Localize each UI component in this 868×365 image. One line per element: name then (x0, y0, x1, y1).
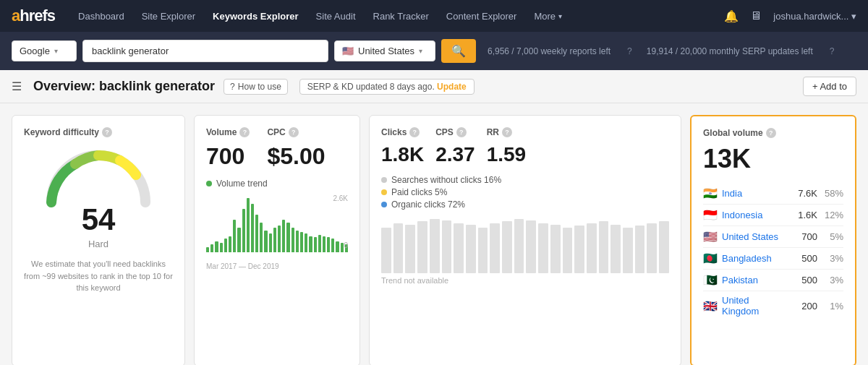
volume-bar (260, 223, 263, 252)
stat-question-1[interactable]: ? (627, 46, 632, 56)
country-volume: 7.6K (791, 188, 817, 199)
country-label: United States (358, 46, 414, 56)
country-row: 🇺🇸 United States 700 5% (703, 226, 843, 248)
update-link[interactable]: Update (437, 82, 467, 92)
volume-bar (273, 228, 276, 252)
cpc-help-icon[interactable]: ? (289, 127, 299, 137)
volume-bar (206, 247, 209, 253)
username-label: joshua.hardwick... (773, 11, 848, 22)
keyword-difficulty-card: Keyword difficulty ? 54 Hard We estimate… (12, 115, 185, 365)
trend-bar (466, 225, 476, 273)
volume-bar (296, 231, 299, 252)
search-bar: Google ▾ 🇺🇸 United States ▾ 🔍 6,956 / 7,… (0, 32, 868, 70)
clicks-help-icon[interactable]: ? (409, 127, 420, 137)
stat-question-2[interactable]: ? (830, 46, 835, 56)
volume-bar (242, 209, 245, 252)
nav-right: 🔔 🖥 joshua.hardwick... ▾ (724, 9, 856, 23)
trend-bar (550, 225, 561, 273)
volume-bar (305, 233, 307, 252)
country-select[interactable]: 🇺🇸 United States ▾ (334, 40, 435, 61)
search-button[interactable]: 🔍 (441, 39, 476, 63)
volume-bar (314, 237, 317, 252)
rr-label-text: RR (487, 127, 499, 137)
legend-paid-label: Paid clicks 5% (391, 187, 447, 197)
nav-site-explorer[interactable]: Site Explorer (133, 0, 204, 32)
volume-bar (341, 243, 344, 253)
question-icon: ? (230, 82, 235, 92)
country-row: 🇮🇳 India 7.6K 58% (703, 183, 843, 205)
volume-bar (210, 244, 213, 252)
volume-bar (318, 235, 321, 252)
clicks-card: Clicks ? 1.8K CPS ? 2.37 RR ? 1.59 (369, 115, 681, 365)
legend-dot-paid (381, 189, 387, 195)
country-flag-icon: 🇮🇳 (703, 186, 718, 200)
country-name[interactable]: Pakistan (722, 275, 787, 285)
rr-help-icon[interactable]: ? (502, 127, 512, 137)
global-help-icon[interactable]: ? (766, 128, 776, 138)
how-to-use-button[interactable]: ? How to use (224, 79, 288, 95)
kd-help-icon[interactable]: ? (102, 127, 112, 137)
country-volume: 200 (791, 301, 817, 312)
logo[interactable]: ahrefs (12, 7, 55, 25)
nav-keywords-explorer[interactable]: Keywords Explorer (204, 0, 307, 32)
trend-bar (442, 220, 452, 273)
volume-bar (247, 198, 250, 252)
country-name[interactable]: Indonesia (722, 210, 787, 220)
hamburger-icon[interactable]: ☰ (12, 80, 22, 93)
trend-dot (206, 181, 212, 186)
country-name[interactable]: India (722, 188, 787, 199)
country-name[interactable]: United Kingdom (722, 295, 787, 317)
overview-bar: ☰ Overview: backlink generator ? How to … (0, 70, 868, 103)
country-pct: 1% (822, 301, 843, 312)
volume-bar (251, 204, 254, 253)
kd-card-label: Keyword difficulty ? (24, 127, 173, 137)
trend-bar (538, 223, 548, 273)
cps-help-icon[interactable]: ? (456, 127, 467, 137)
engine-chevron-icon: ▾ (54, 47, 58, 55)
trend-bar (574, 226, 584, 273)
volume-bar (323, 236, 326, 253)
monitor-icon[interactable]: 🖥 (750, 9, 762, 22)
cps-value: 2.37 (435, 143, 475, 166)
country-volume: 1.6K (791, 210, 817, 220)
volume-bar (215, 241, 218, 252)
nav-rank-tracker[interactable]: Rank Tracker (365, 0, 438, 32)
global-card-label: Global volume ? (703, 128, 843, 138)
volume-bar (336, 241, 339, 252)
trend-bar (659, 221, 669, 273)
volume-bar (309, 236, 312, 253)
country-flag-icon: 🇧🇩 (703, 252, 718, 265)
add-to-button[interactable]: + Add to (803, 77, 856, 96)
keyword-input[interactable] (82, 40, 328, 62)
nav-site-audit[interactable]: Site Audit (307, 0, 365, 32)
trend-bar (454, 223, 464, 273)
how-to-use-label: How to use (238, 82, 281, 92)
country-pct: 5% (822, 231, 843, 242)
nav-content-explorer[interactable]: Content Explorer (438, 0, 526, 32)
notifications-icon[interactable]: 🔔 (724, 9, 739, 23)
country-name[interactable]: Bangladesh (722, 253, 787, 264)
engine-select[interactable]: Google ▾ (12, 40, 77, 61)
user-menu[interactable]: joshua.hardwick... ▾ (773, 11, 856, 22)
country-pct: 3% (822, 275, 843, 285)
nav-dashboard[interactable]: Dashboard (69, 0, 133, 32)
country-name[interactable]: United States (722, 231, 787, 242)
volume-bar (278, 226, 281, 253)
volume-value: 700 (206, 143, 250, 170)
legend-no-clicks-label: Searches without clicks 16% (391, 175, 501, 185)
global-value: 13K (703, 144, 843, 174)
volume-cpc-metrics: Volume ? 700 CPC ? $5.00 (206, 127, 348, 170)
country-flag-icon: 🇺🇸 (703, 230, 718, 244)
volume-help-icon[interactable]: ? (239, 127, 250, 137)
nav-more[interactable]: More ▾ (525, 0, 571, 32)
monthly-updates-stat: 19,914 / 20,000 monthly SERP updates lef… (647, 46, 813, 56)
kd-sublabel: Hard (88, 239, 109, 249)
volume-bar (286, 223, 289, 252)
legend-organic: Organic clicks 72% (381, 199, 669, 210)
country-flag-icon: 🇮🇩 (703, 208, 718, 222)
kd-description: We estimate that you'll need backlinks f… (24, 258, 173, 294)
chart-bottom-label: 0 (344, 241, 348, 249)
trend-bar (563, 228, 573, 273)
trend-bar (417, 221, 427, 273)
country-pct: 58% (822, 188, 843, 199)
